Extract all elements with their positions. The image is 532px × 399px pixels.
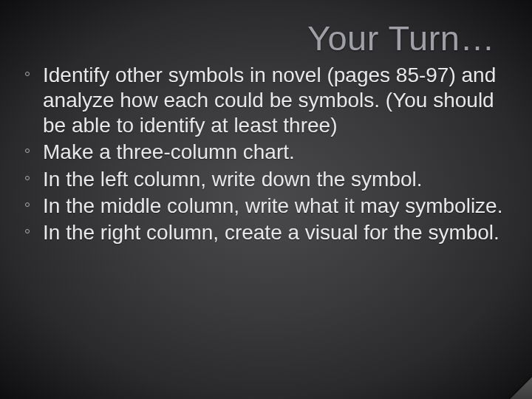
bullet-marker-icon <box>25 202 30 207</box>
corner-fold-icon <box>501 368 532 399</box>
bullet-text: Identify other symbols in novel (pages 8… <box>43 64 496 137</box>
bullet-item: In the right column, create a visual for… <box>43 220 507 245</box>
bullet-item: Make a three-column chart. <box>43 140 507 165</box>
slide-content: Identify other symbols in novel (pages 8… <box>43 63 507 245</box>
bullet-item: In the left column, write down the symbo… <box>43 167 507 192</box>
bullet-text: In the left column, write down the symbo… <box>43 168 423 191</box>
bullet-text: In the right column, create a visual for… <box>43 221 499 244</box>
bullet-marker-icon <box>25 229 30 233</box>
bullet-marker-icon <box>25 72 30 76</box>
bullet-text: In the middle column, write what it may … <box>43 194 502 217</box>
bullet-item: Identify other symbols in novel (pages 8… <box>43 63 507 138</box>
bullet-marker-icon <box>25 149 30 153</box>
bullet-marker-icon <box>25 176 30 180</box>
bullet-item: In the middle column, write what it may … <box>43 194 507 219</box>
slide-title: Your Turn… <box>43 18 507 58</box>
bullet-text: Make a three-column chart. <box>43 140 295 163</box>
slide: Your Turn… Identify other symbols in nov… <box>0 0 532 399</box>
